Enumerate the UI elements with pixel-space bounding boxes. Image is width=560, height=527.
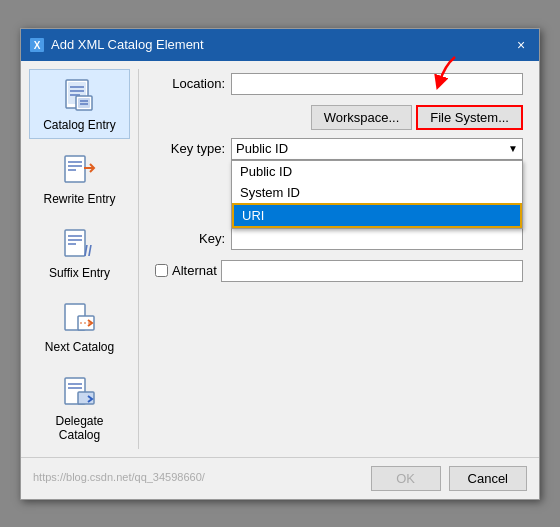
dialog-footer: https://blog.csdn.net/qq_34598660/ OK Ca… bbox=[21, 457, 539, 499]
title-bar: X Add XML Catalog Element × bbox=[21, 29, 539, 61]
key-label: Key: bbox=[155, 231, 225, 246]
close-button[interactable]: × bbox=[511, 35, 531, 55]
dialog-icon: X bbox=[29, 37, 45, 53]
keytype-dropdown[interactable]: Public ID ▼ bbox=[231, 138, 523, 160]
keytype-selected-value: Public ID bbox=[236, 141, 508, 156]
keytype-option-uri[interactable]: URI bbox=[232, 203, 522, 228]
watermark: https://blog.csdn.net/qq_34598660/ bbox=[33, 469, 363, 487]
sidebar-item-delegate-catalog[interactable]: Delegate Catalog bbox=[29, 365, 130, 449]
catalog-entry-icon bbox=[60, 76, 100, 116]
keytype-dropdown-wrapper: Public ID ▼ Public ID System ID URI bbox=[231, 138, 523, 160]
svg-rect-15 bbox=[65, 230, 85, 256]
key-row: Key: bbox=[155, 228, 523, 250]
svg-text://: // bbox=[84, 243, 92, 259]
alternate-row: Alternat bbox=[155, 260, 523, 282]
alternate-input[interactable] bbox=[221, 260, 523, 282]
sidebar-label-suffix-entry: Suffix Entry bbox=[49, 266, 110, 280]
keytype-option-publicid[interactable]: Public ID bbox=[232, 161, 522, 182]
sidebar-item-catalog-entry[interactable]: Catalog Entry bbox=[29, 69, 130, 139]
alternate-label: Alternat bbox=[172, 263, 217, 278]
location-label: Location: bbox=[155, 76, 225, 91]
delegate-catalog-icon bbox=[60, 372, 100, 412]
sidebar-label-next-catalog: Next Catalog bbox=[45, 340, 114, 354]
main-content: Location: Works bbox=[147, 69, 531, 449]
filesystem-button[interactable]: File System... bbox=[416, 105, 523, 130]
chevron-down-icon: ▼ bbox=[508, 143, 518, 154]
rewrite-entry-icon bbox=[60, 150, 100, 190]
svg-text:X: X bbox=[34, 40, 41, 51]
dialog-title: Add XML Catalog Element bbox=[51, 37, 511, 52]
key-input[interactable] bbox=[231, 228, 523, 250]
workspace-button[interactable]: Workspace... bbox=[311, 105, 413, 130]
dialog-body: Catalog Entry Rewrite Entry bbox=[21, 61, 539, 457]
next-catalog-icon bbox=[60, 298, 100, 338]
sidebar-item-next-catalog[interactable]: Next Catalog bbox=[29, 291, 130, 361]
sidebar-item-rewrite-entry[interactable]: Rewrite Entry bbox=[29, 143, 130, 213]
svg-rect-8 bbox=[78, 98, 90, 108]
keytype-option-systemid[interactable]: System ID bbox=[232, 182, 522, 203]
location-row: Location: bbox=[155, 73, 523, 95]
location-input[interactable] bbox=[231, 73, 523, 95]
svg-rect-11 bbox=[65, 156, 85, 182]
workspace-filesystem-row: Workspace... File System... bbox=[155, 105, 523, 130]
sidebar-label-rewrite-entry: Rewrite Entry bbox=[43, 192, 115, 206]
keytype-row: Key type: Public ID ▼ Public ID System I… bbox=[155, 138, 523, 160]
ok-button[interactable]: OK bbox=[371, 466, 441, 491]
add-xml-catalog-dialog: X Add XML Catalog Element × bbox=[20, 28, 540, 500]
keytype-dropdown-list: Public ID System ID URI bbox=[231, 160, 523, 229]
cancel-button[interactable]: Cancel bbox=[449, 466, 527, 491]
sidebar-label-delegate-catalog: Delegate Catalog bbox=[34, 414, 125, 442]
alternate-checkbox[interactable] bbox=[155, 264, 168, 277]
suffix-entry-icon: // bbox=[60, 224, 100, 264]
sidebar-item-suffix-entry[interactable]: // Suffix Entry bbox=[29, 217, 130, 287]
keytype-label: Key type: bbox=[155, 141, 225, 156]
sidebar-label-catalog-entry: Catalog Entry bbox=[43, 118, 116, 132]
sidebar: Catalog Entry Rewrite Entry bbox=[29, 69, 139, 449]
